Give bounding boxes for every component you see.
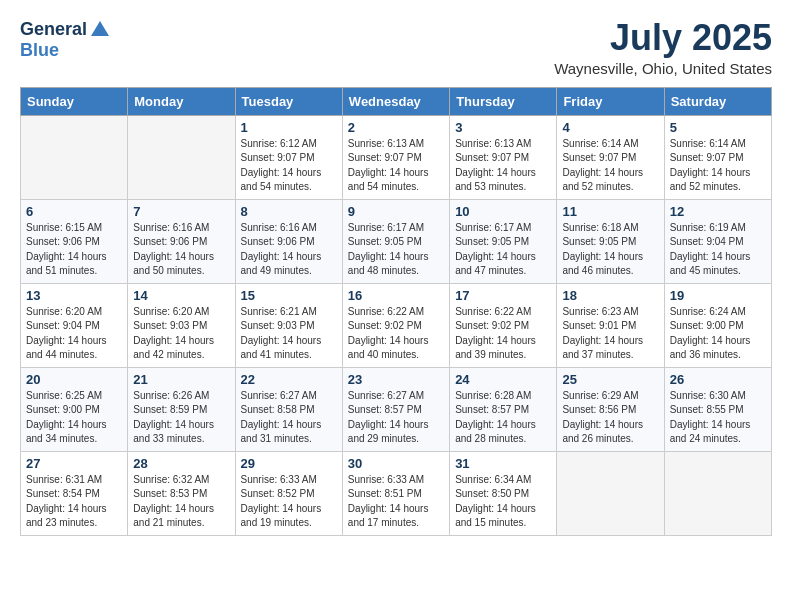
calendar-cell-3-1: 13Sunrise: 6:20 AMSunset: 9:04 PMDayligh… [21, 283, 128, 367]
calendar-cell-5-6 [557, 451, 664, 535]
calendar-header-wednesday: Wednesday [342, 87, 449, 115]
title-block: July 2025 Waynesville, Ohio, United Stat… [554, 18, 772, 77]
day-number: 30 [348, 456, 444, 471]
calendar-cell-4-5: 24Sunrise: 6:28 AMSunset: 8:57 PMDayligh… [450, 367, 557, 451]
day-number: 6 [26, 204, 122, 219]
calendar-cell-1-6: 4Sunrise: 6:14 AMSunset: 9:07 PMDaylight… [557, 115, 664, 199]
calendar-cell-5-4: 30Sunrise: 6:33 AMSunset: 8:51 PMDayligh… [342, 451, 449, 535]
calendar-cell-5-7 [664, 451, 771, 535]
cell-text: Sunrise: 6:19 AMSunset: 9:04 PMDaylight:… [670, 221, 766, 279]
calendar-header-monday: Monday [128, 87, 235, 115]
day-number: 21 [133, 372, 229, 387]
day-number: 17 [455, 288, 551, 303]
page: General Blue July 2025 Waynesville, Ohio… [0, 0, 792, 612]
calendar-week-row-3: 13Sunrise: 6:20 AMSunset: 9:04 PMDayligh… [21, 283, 772, 367]
cell-text: Sunrise: 6:14 AMSunset: 9:07 PMDaylight:… [670, 137, 766, 195]
calendar-cell-3-3: 15Sunrise: 6:21 AMSunset: 9:03 PMDayligh… [235, 283, 342, 367]
day-number: 5 [670, 120, 766, 135]
svg-marker-0 [91, 21, 109, 36]
calendar-cell-5-2: 28Sunrise: 6:32 AMSunset: 8:53 PMDayligh… [128, 451, 235, 535]
day-number: 8 [241, 204, 337, 219]
day-number: 23 [348, 372, 444, 387]
logo-icon [89, 18, 111, 40]
calendar-header-friday: Friday [557, 87, 664, 115]
calendar-cell-3-6: 18Sunrise: 6:23 AMSunset: 9:01 PMDayligh… [557, 283, 664, 367]
cell-text: Sunrise: 6:24 AMSunset: 9:00 PMDaylight:… [670, 305, 766, 363]
logo: General Blue [20, 18, 111, 61]
cell-text: Sunrise: 6:13 AMSunset: 9:07 PMDaylight:… [348, 137, 444, 195]
calendar-cell-2-6: 11Sunrise: 6:18 AMSunset: 9:05 PMDayligh… [557, 199, 664, 283]
calendar-week-row-1: 1Sunrise: 6:12 AMSunset: 9:07 PMDaylight… [21, 115, 772, 199]
calendar-cell-4-7: 26Sunrise: 6:30 AMSunset: 8:55 PMDayligh… [664, 367, 771, 451]
cell-text: Sunrise: 6:17 AMSunset: 9:05 PMDaylight:… [455, 221, 551, 279]
cell-text: Sunrise: 6:22 AMSunset: 9:02 PMDaylight:… [348, 305, 444, 363]
calendar-cell-2-2: 7Sunrise: 6:16 AMSunset: 9:06 PMDaylight… [128, 199, 235, 283]
calendar-header-sunday: Sunday [21, 87, 128, 115]
day-number: 1 [241, 120, 337, 135]
cell-text: Sunrise: 6:21 AMSunset: 9:03 PMDaylight:… [241, 305, 337, 363]
cell-text: Sunrise: 6:20 AMSunset: 9:03 PMDaylight:… [133, 305, 229, 363]
calendar-header-thursday: Thursday [450, 87, 557, 115]
day-number: 10 [455, 204, 551, 219]
cell-text: Sunrise: 6:13 AMSunset: 9:07 PMDaylight:… [455, 137, 551, 195]
logo-blue-text: Blue [20, 40, 59, 61]
calendar-cell-2-7: 12Sunrise: 6:19 AMSunset: 9:04 PMDayligh… [664, 199, 771, 283]
day-number: 20 [26, 372, 122, 387]
day-number: 22 [241, 372, 337, 387]
day-number: 27 [26, 456, 122, 471]
day-number: 16 [348, 288, 444, 303]
calendar-cell-5-1: 27Sunrise: 6:31 AMSunset: 8:54 PMDayligh… [21, 451, 128, 535]
cell-text: Sunrise: 6:22 AMSunset: 9:02 PMDaylight:… [455, 305, 551, 363]
day-number: 19 [670, 288, 766, 303]
cell-text: Sunrise: 6:33 AMSunset: 8:52 PMDaylight:… [241, 473, 337, 531]
calendar-cell-1-3: 1Sunrise: 6:12 AMSunset: 9:07 PMDaylight… [235, 115, 342, 199]
calendar-week-row-4: 20Sunrise: 6:25 AMSunset: 9:00 PMDayligh… [21, 367, 772, 451]
calendar-header-tuesday: Tuesday [235, 87, 342, 115]
calendar-cell-4-4: 23Sunrise: 6:27 AMSunset: 8:57 PMDayligh… [342, 367, 449, 451]
calendar-cell-3-5: 17Sunrise: 6:22 AMSunset: 9:02 PMDayligh… [450, 283, 557, 367]
calendar-cell-2-4: 9Sunrise: 6:17 AMSunset: 9:05 PMDaylight… [342, 199, 449, 283]
day-number: 31 [455, 456, 551, 471]
cell-text: Sunrise: 6:32 AMSunset: 8:53 PMDaylight:… [133, 473, 229, 531]
day-number: 4 [562, 120, 658, 135]
cell-text: Sunrise: 6:16 AMSunset: 9:06 PMDaylight:… [133, 221, 229, 279]
day-number: 18 [562, 288, 658, 303]
calendar-cell-1-4: 2Sunrise: 6:13 AMSunset: 9:07 PMDaylight… [342, 115, 449, 199]
cell-text: Sunrise: 6:14 AMSunset: 9:07 PMDaylight:… [562, 137, 658, 195]
day-number: 12 [670, 204, 766, 219]
calendar-cell-3-2: 14Sunrise: 6:20 AMSunset: 9:03 PMDayligh… [128, 283, 235, 367]
day-number: 2 [348, 120, 444, 135]
calendar-cell-2-3: 8Sunrise: 6:16 AMSunset: 9:06 PMDaylight… [235, 199, 342, 283]
cell-text: Sunrise: 6:34 AMSunset: 8:50 PMDaylight:… [455, 473, 551, 531]
cell-text: Sunrise: 6:27 AMSunset: 8:57 PMDaylight:… [348, 389, 444, 447]
cell-text: Sunrise: 6:16 AMSunset: 9:06 PMDaylight:… [241, 221, 337, 279]
day-number: 9 [348, 204, 444, 219]
calendar-cell-2-1: 6Sunrise: 6:15 AMSunset: 9:06 PMDaylight… [21, 199, 128, 283]
cell-text: Sunrise: 6:17 AMSunset: 9:05 PMDaylight:… [348, 221, 444, 279]
logo-general-text: General [20, 19, 87, 40]
calendar-cell-4-1: 20Sunrise: 6:25 AMSunset: 9:00 PMDayligh… [21, 367, 128, 451]
header: General Blue July 2025 Waynesville, Ohio… [20, 18, 772, 77]
day-number: 24 [455, 372, 551, 387]
cell-text: Sunrise: 6:18 AMSunset: 9:05 PMDaylight:… [562, 221, 658, 279]
calendar-header-saturday: Saturday [664, 87, 771, 115]
cell-text: Sunrise: 6:29 AMSunset: 8:56 PMDaylight:… [562, 389, 658, 447]
calendar-cell-4-2: 21Sunrise: 6:26 AMSunset: 8:59 PMDayligh… [128, 367, 235, 451]
day-number: 29 [241, 456, 337, 471]
day-number: 15 [241, 288, 337, 303]
calendar-cell-4-3: 22Sunrise: 6:27 AMSunset: 8:58 PMDayligh… [235, 367, 342, 451]
calendar-cell-4-6: 25Sunrise: 6:29 AMSunset: 8:56 PMDayligh… [557, 367, 664, 451]
cell-text: Sunrise: 6:23 AMSunset: 9:01 PMDaylight:… [562, 305, 658, 363]
cell-text: Sunrise: 6:28 AMSunset: 8:57 PMDaylight:… [455, 389, 551, 447]
subtitle: Waynesville, Ohio, United States [554, 60, 772, 77]
calendar-cell-2-5: 10Sunrise: 6:17 AMSunset: 9:05 PMDayligh… [450, 199, 557, 283]
day-number: 28 [133, 456, 229, 471]
day-number: 7 [133, 204, 229, 219]
calendar-cell-1-5: 3Sunrise: 6:13 AMSunset: 9:07 PMDaylight… [450, 115, 557, 199]
cell-text: Sunrise: 6:12 AMSunset: 9:07 PMDaylight:… [241, 137, 337, 195]
day-number: 13 [26, 288, 122, 303]
calendar-cell-5-5: 31Sunrise: 6:34 AMSunset: 8:50 PMDayligh… [450, 451, 557, 535]
cell-text: Sunrise: 6:30 AMSunset: 8:55 PMDaylight:… [670, 389, 766, 447]
main-title: July 2025 [554, 18, 772, 58]
day-number: 14 [133, 288, 229, 303]
